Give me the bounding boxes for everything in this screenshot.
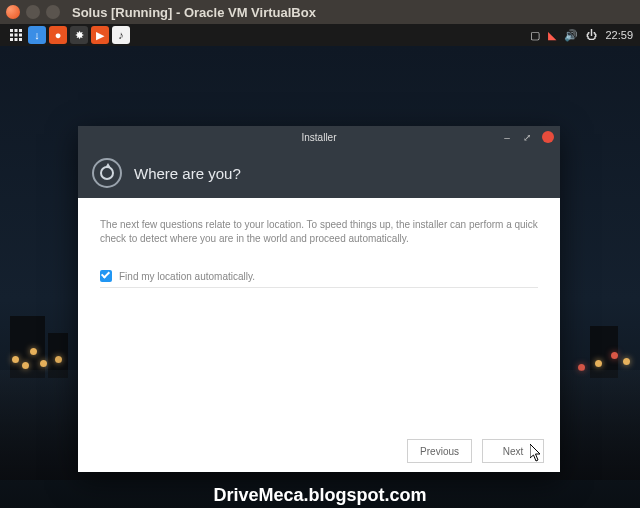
find-location-checkbox[interactable] — [100, 270, 112, 282]
tray-window-icon[interactable]: ▢ — [530, 29, 540, 42]
host-window-title: Solus [Running] - Oracle VM VirtualBox — [72, 5, 316, 20]
installer-step-header: Where are you? — [78, 148, 560, 198]
find-location-label: Find my location automatically. — [119, 271, 255, 282]
launcher-icon-1[interactable]: ↓ — [28, 26, 46, 44]
launcher-icon-2[interactable]: ● — [49, 26, 67, 44]
find-location-row[interactable]: Find my location automatically. — [100, 270, 538, 288]
svg-rect-3 — [10, 34, 13, 37]
launcher-icon-3[interactable]: ✸ — [70, 26, 88, 44]
installer-body-text: The next few questions relate to your lo… — [100, 218, 538, 246]
guest-panel: ↓ ● ✸ ▶ ♪ ▢ ◣ 🔊 ⏻ 22:59 — [0, 24, 640, 46]
svg-rect-4 — [15, 34, 18, 37]
tray-power-icon[interactable]: ⏻ — [586, 29, 597, 41]
location-step-icon — [92, 158, 122, 188]
installer-window-title: Installer — [301, 132, 336, 143]
installer-step-title: Where are you? — [134, 165, 241, 182]
launcher-icon-5[interactable]: ♪ — [112, 26, 130, 44]
svg-rect-0 — [10, 29, 13, 32]
watermark-text: DriveMeca.blogspot.com — [0, 485, 640, 506]
host-window-titlebar: Solus [Running] - Oracle VM VirtualBox — [0, 0, 640, 24]
previous-button[interactable]: Previous — [407, 439, 472, 463]
guest-desktop: ↓ ● ✸ ▶ ♪ ▢ ◣ 🔊 ⏻ 22:59 — [0, 24, 640, 508]
host-maximize-button[interactable] — [46, 5, 60, 19]
apps-menu-icon[interactable] — [7, 26, 25, 44]
installer-body: The next few questions relate to your lo… — [78, 198, 560, 430]
launcher-icon-4[interactable]: ▶ — [91, 26, 109, 44]
svg-rect-5 — [19, 34, 22, 37]
svg-rect-8 — [19, 38, 22, 41]
tray-alert-icon[interactable]: ◣ — [548, 29, 556, 42]
installer-close-button[interactable] — [542, 131, 554, 143]
installer-footer: Previous Next — [78, 430, 560, 472]
installer-titlebar[interactable]: Installer – ⤢ — [78, 126, 560, 148]
tray-clock[interactable]: 22:59 — [605, 29, 633, 41]
host-minimize-button[interactable] — [26, 5, 40, 19]
svg-rect-7 — [15, 38, 18, 41]
installer-window: Installer – ⤢ Where are you? The next fe… — [78, 126, 560, 472]
host-close-button[interactable] — [6, 5, 20, 19]
svg-rect-1 — [15, 29, 18, 32]
svg-rect-6 — [10, 38, 13, 41]
installer-minimize-button[interactable]: – — [502, 132, 512, 142]
tray-volume-icon[interactable]: 🔊 — [564, 29, 578, 42]
installer-maximize-button[interactable]: ⤢ — [522, 132, 532, 142]
next-button[interactable]: Next — [482, 439, 544, 463]
svg-rect-2 — [19, 29, 22, 32]
